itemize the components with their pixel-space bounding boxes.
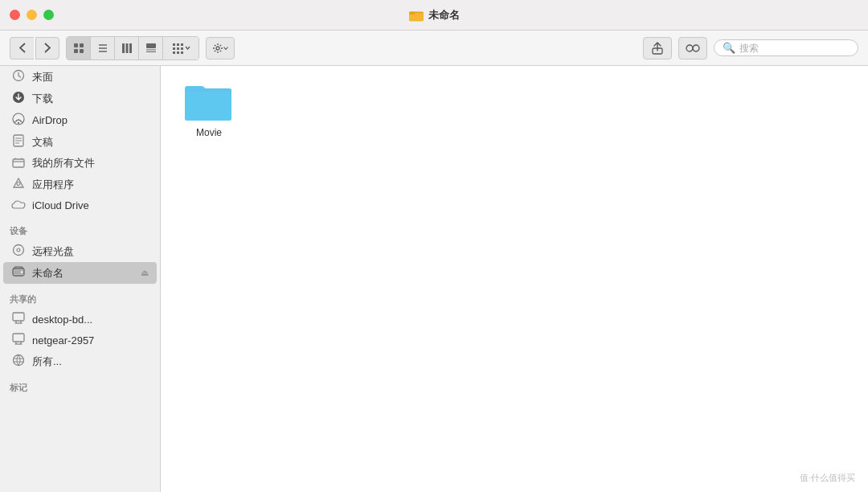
svg-rect-3 (74, 43, 78, 47)
sidebar-item-label: 来面 (32, 70, 149, 84)
clock-icon (11, 69, 26, 84)
svg-rect-24 (181, 51, 183, 54)
search-input[interactable] (739, 43, 850, 54)
sidebar-item-remotedisc[interactable]: 远程光盘 (3, 240, 157, 262)
sidebar-item-recents[interactable]: 来面 (3, 66, 157, 88)
sidebar-item-unnamed[interactable]: 未命名 ⏏ (3, 262, 157, 284)
gear-button[interactable] (206, 37, 235, 59)
column-view-button[interactable] (115, 37, 139, 59)
sidebar-item-label: 文稿 (32, 135, 149, 150)
forward-button[interactable] (35, 37, 59, 59)
close-button[interactable] (10, 10, 20, 20)
sidebar-item-label: 应用程序 (32, 178, 149, 192)
svg-rect-10 (122, 43, 125, 53)
allfiles-icon (11, 157, 26, 170)
search-box[interactable]: 🔍 (714, 39, 858, 56)
svg-rect-50 (13, 334, 24, 342)
sidebar-item-applications[interactable]: 应用程序 (3, 174, 157, 195)
back-button[interactable] (10, 37, 34, 59)
minimize-button[interactable] (27, 10, 37, 20)
section-label-shared: 共享的 (0, 284, 160, 309)
icon-view-button[interactable] (67, 37, 91, 59)
sidebar-item-label: iCloud Drive (32, 199, 149, 211)
folder-icon (185, 82, 233, 122)
icloud-icon (11, 199, 26, 212)
column-view-icon (121, 43, 133, 54)
sidebar-item-label: AirDrop (32, 114, 149, 126)
drive-icon (11, 265, 26, 281)
list-view-icon (97, 43, 108, 54)
sidebar-item-label: 我的所有文件 (32, 156, 149, 170)
svg-rect-18 (181, 43, 183, 46)
svg-rect-12 (129, 43, 132, 53)
document-icon (11, 134, 26, 150)
toolbar: 🔍 (0, 31, 868, 66)
svg-rect-20 (177, 47, 179, 50)
sidebar-item-allfiles[interactable]: 我的所有文件 (3, 153, 157, 174)
svg-rect-58 (185, 92, 231, 121)
file-item-movie[interactable]: Movie (177, 82, 241, 138)
svg-rect-46 (13, 313, 24, 321)
monitor-icon-2 (11, 333, 26, 347)
maximize-button[interactable] (43, 10, 54, 20)
sidebar-item-netgear[interactable]: netgear-2957 (3, 330, 157, 351)
nav-buttons (10, 37, 59, 59)
share-icon (652, 42, 663, 55)
sidebar-item-label: desktop-bd... (32, 314, 149, 326)
svg-point-27 (686, 45, 693, 51)
cover-flow-button[interactable] (139, 37, 163, 59)
sidebar: 来面 下载 AirDrop 文稿 (0, 66, 161, 492)
main-content: 来面 下载 AirDrop 文稿 (0, 66, 868, 492)
eject-button[interactable]: ⏏ (141, 268, 149, 278)
window-title-icon (409, 9, 424, 22)
view-toggle (66, 36, 199, 60)
svg-rect-2 (409, 11, 415, 14)
file-name: Movie (196, 127, 222, 138)
window-title: 未命名 (409, 8, 460, 23)
grid-icon (172, 43, 185, 54)
tag-button[interactable] (678, 37, 707, 59)
svg-rect-19 (173, 47, 175, 50)
sidebar-item-downloads[interactable]: 下载 (3, 88, 157, 109)
gear-icon (212, 43, 223, 54)
window-title-text: 未命名 (428, 8, 460, 23)
svg-point-28 (693, 45, 699, 51)
chevron-left-icon (19, 43, 26, 53)
svg-point-25 (216, 47, 219, 50)
svg-rect-13 (146, 43, 156, 48)
arrange-view-button[interactable] (163, 37, 199, 59)
svg-rect-21 (181, 47, 183, 50)
svg-rect-6 (80, 49, 84, 53)
sidebar-item-label: 所有... (32, 355, 149, 369)
svg-rect-34 (13, 159, 24, 167)
disc-icon (11, 244, 26, 259)
section-label-tags: 标记 (0, 372, 160, 397)
svg-rect-23 (177, 51, 179, 54)
svg-rect-5 (74, 49, 78, 53)
watermark: 值·什么值得买 (800, 472, 855, 484)
sidebar-item-all[interactable]: 所有... (3, 351, 157, 372)
list-view-button[interactable] (91, 37, 115, 59)
icon-view-icon (73, 43, 84, 54)
search-icon: 🔍 (723, 42, 735, 54)
sidebar-item-icloud[interactable]: iCloud Drive (3, 195, 157, 215)
section-label-devices: 设备 (0, 215, 160, 240)
svg-point-37 (17, 182, 20, 186)
applications-icon (11, 177, 26, 192)
sidebar-item-label: netgear-2957 (32, 334, 149, 346)
svg-point-32 (18, 122, 19, 124)
chevron-down-icon (185, 46, 190, 50)
sidebar-item-airdrop[interactable]: AirDrop (3, 109, 157, 131)
titlebar: 未命名 (0, 0, 868, 31)
tag-icon (686, 43, 700, 54)
cover-flow-icon (145, 43, 157, 54)
download-icon (11, 91, 26, 106)
svg-rect-22 (173, 51, 175, 54)
sidebar-item-label: 下载 (32, 92, 149, 106)
sidebar-item-label: 未命名 (32, 266, 134, 281)
svg-rect-17 (177, 43, 179, 46)
sidebar-item-desktop-bd[interactable]: desktop-bd... (3, 309, 157, 330)
svg-point-38 (14, 245, 24, 256)
sidebar-item-documents[interactable]: 文稿 (3, 131, 157, 153)
share-button[interactable] (643, 37, 672, 59)
